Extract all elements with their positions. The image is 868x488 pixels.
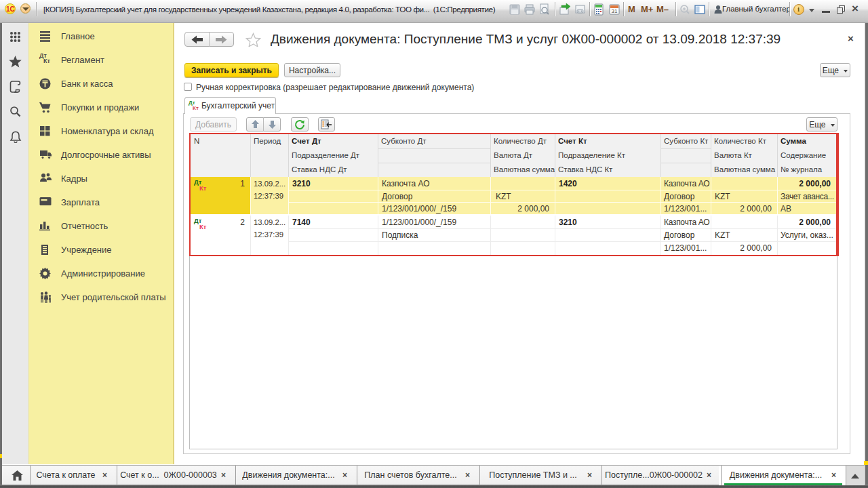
svg-text:31: 31 [612, 8, 618, 14]
